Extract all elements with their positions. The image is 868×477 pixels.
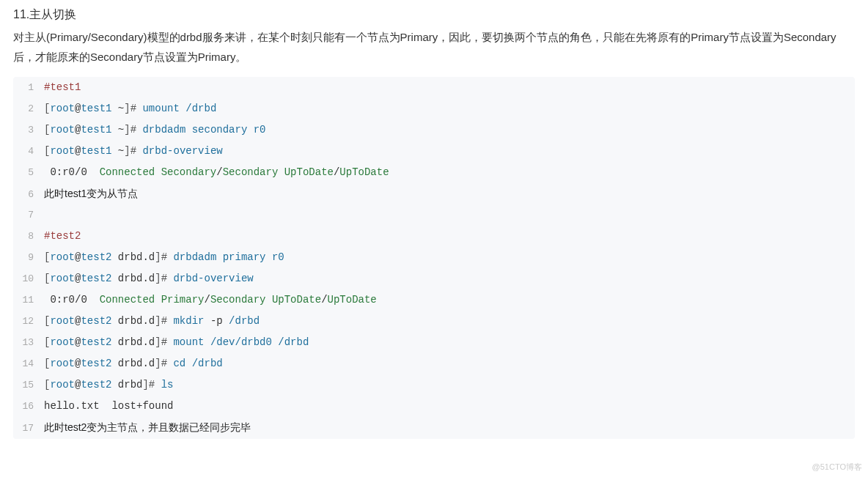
- code-token: 此时test2变为主节点，并且数据已经同步完毕: [44, 421, 251, 433]
- code-token: drbd.d: [111, 336, 155, 348]
- code-token: umount: [142, 103, 179, 114]
- line-content: [root@test2 drbd.d]# cd /drbd: [44, 353, 855, 374]
- code-token: test2: [81, 273, 111, 284]
- code-token: root: [50, 103, 75, 114]
- line-content: 此时test1变为从节点: [44, 183, 855, 204]
- line-number: 6: [13, 185, 44, 205]
- code-token: ]: [155, 251, 161, 263]
- line-content: [root@test1 ~]# drbd-overview: [44, 141, 855, 161]
- watermark-text: @51CTO博客: [812, 462, 862, 473]
- code-token: /drbd: [185, 103, 216, 114]
- code-token: UpToDate: [339, 166, 389, 178]
- code-token: test1: [81, 145, 111, 157]
- code-token: test2: [81, 315, 111, 327]
- code-token: test1: [81, 103, 111, 114]
- code-token: ~: [111, 124, 124, 136]
- code-line: 2[root@test1 ~]# umount /drbd: [13, 98, 855, 119]
- line-content: 0:r0/0 Connected Secondary/Secondary UpT…: [44, 162, 855, 182]
- code-token: test2: [81, 358, 111, 369]
- code-token: root: [50, 336, 75, 348]
- code-token: ]: [142, 379, 148, 391]
- code-token: #: [130, 124, 143, 136]
- code-token: root: [50, 358, 75, 369]
- code-line: 13[root@test2 drbd.d]# mount /dev/drbd0 …: [13, 332, 855, 353]
- code-token: root: [50, 251, 75, 263]
- line-number: 13: [13, 333, 44, 353]
- code-token: #: [161, 251, 174, 263]
- code-token: [204, 336, 210, 348]
- code-token: test2: [81, 379, 111, 391]
- code-token: mount: [173, 336, 204, 348]
- line-number: 14: [13, 354, 44, 374]
- line-number: 7: [13, 205, 44, 226]
- code-token: drbdadm: [142, 124, 185, 136]
- code-line: 4[root@test1 ~]# drbd-overview: [13, 141, 855, 162]
- code-token: root: [50, 124, 75, 136]
- code-block: 1#test12[root@test1 ~]# umount /drbd3[ro…: [13, 77, 855, 439]
- code-token: ]: [155, 336, 161, 348]
- line-number: 12: [13, 311, 44, 332]
- code-token: #: [130, 145, 143, 157]
- line-content: 此时test2变为主节点，并且数据已经同步完毕: [44, 417, 855, 438]
- code-token: r0: [254, 124, 266, 136]
- code-token: 0:r0/0: [44, 166, 100, 178]
- code-line: 8#test2: [13, 226, 855, 247]
- code-token: [278, 166, 284, 178]
- code-line: 14[root@test2 drbd.d]# cd /drbd: [13, 353, 855, 374]
- code-token: mkdir: [173, 315, 204, 327]
- code-line: 1#test1: [13, 77, 855, 98]
- code-line: 15[root@test2 drbd]# ls: [13, 374, 855, 396]
- code-token: [223, 315, 229, 327]
- code-line: 12[root@test2 drbd.d]# mkdir -p /drbd: [13, 311, 855, 332]
- code-token: [247, 124, 253, 136]
- code-token: /drbd: [192, 358, 223, 369]
- code-token: Secondary: [161, 166, 217, 178]
- code-token: UpToDate: [328, 294, 377, 306]
- line-number: 9: [13, 248, 44, 268]
- line-number: 4: [13, 141, 44, 162]
- code-token: ]: [155, 358, 161, 369]
- line-content: hello.txt lost+found: [44, 396, 855, 416]
- code-token: 此时test1变为从节点: [44, 188, 138, 199]
- code-token: Secondary: [210, 294, 266, 306]
- code-token: -p: [210, 315, 223, 327]
- line-content: [root@test2 drbd.d]# drbd-overview: [44, 268, 855, 289]
- line-content: [root@test1 ~]# drbdadm secondary r0: [44, 119, 855, 140]
- line-number: 17: [13, 418, 44, 439]
- code-token: /drbd: [278, 336, 309, 348]
- code-token: drbd-overview: [142, 145, 222, 157]
- line-number: 10: [13, 269, 44, 289]
- line-number: 2: [13, 99, 44, 119]
- code-token: #: [161, 358, 174, 369]
- line-content: [root@test2 drbd.d]# mkdir -p /drbd: [44, 311, 855, 331]
- code-line: 6此时test1变为从节点: [13, 183, 855, 205]
- code-token: /: [321, 294, 327, 306]
- code-line: 10[root@test2 drbd.d]# drbd-overview: [13, 268, 855, 289]
- code-token: root: [50, 379, 75, 391]
- code-token: #test1: [44, 81, 81, 93]
- code-line: 16hello.txt lost+found: [13, 396, 855, 417]
- line-content: 0:r0/0 Connected Primary/Secondary UpToD…: [44, 289, 855, 310]
- line-number: 1: [13, 78, 44, 98]
- code-token: drbd.d: [111, 251, 155, 263]
- code-token: drbd: [111, 379, 142, 391]
- code-token: [185, 358, 191, 369]
- code-token: r0: [272, 251, 284, 263]
- code-token: drbd.d: [111, 358, 155, 369]
- code-token: cd: [173, 358, 185, 369]
- code-token: ]: [155, 315, 161, 327]
- code-token: ]: [155, 273, 161, 284]
- code-token: drbd.d: [111, 273, 155, 284]
- code-token: #: [161, 336, 174, 348]
- code-token: drbd-overview: [173, 273, 253, 284]
- code-token: root: [50, 315, 75, 327]
- code-token: ~: [111, 145, 124, 157]
- code-token: ]: [124, 124, 130, 136]
- line-number: 5: [13, 163, 44, 183]
- code-token: ~: [111, 103, 124, 114]
- line-content: [root@test2 drbd]# ls: [44, 374, 855, 395]
- section-description: 对主从(Primary/Secondary)模型的drbd服务来讲，在某个时刻只…: [13, 27, 855, 67]
- line-number: 16: [13, 396, 44, 417]
- code-token: Secondary: [223, 166, 279, 178]
- code-token: UpToDate: [284, 166, 334, 178]
